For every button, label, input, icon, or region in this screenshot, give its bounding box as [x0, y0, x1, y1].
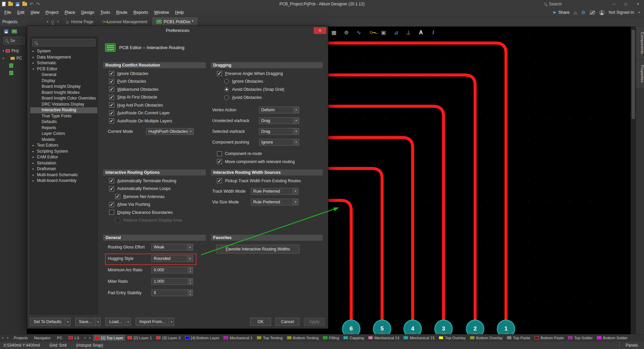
save-button[interactable]: Save... [75, 318, 101, 326]
line-icon[interactable]: / [429, 28, 438, 37]
gear-icon[interactable]: ⚙ [581, 10, 586, 15]
track-width-mode-dropdown[interactable]: Rule Preferred [251, 188, 298, 195]
layer-tabs-right-icon[interactable]: ▸ [88, 335, 93, 341]
spin-down-icon[interactable] [188, 293, 193, 296]
selected-via-track-dropdown[interactable]: Drag [259, 128, 299, 135]
current-mode-dropdown[interactable]: HugNPush Obstacles [146, 128, 194, 135]
component-reroute-checkbox[interactable] [217, 151, 222, 156]
new-document-icon[interactable] [2, 2, 6, 6]
tree-item-layer-colors[interactable]: Layer Colors [30, 131, 97, 137]
snapshot-disabled-icon[interactable] [590, 11, 595, 14]
user-avatar-icon[interactable] [599, 10, 604, 15]
spinner-buttons[interactable] [188, 290, 193, 296]
load-button[interactable]: Load... [105, 318, 131, 326]
restore-button[interactable]: □ [620, 0, 632, 8]
hug-and-push-obstacles-checkbox[interactable] [109, 103, 114, 108]
expand-arrow-icon[interactable]: ▸ [33, 166, 37, 172]
pad-array-icon[interactable]: ▦ [330, 28, 338, 37]
layer-tab-bottom-tenting[interactable]: Bottom Tenting [285, 335, 321, 341]
tree-item-cam-editor[interactable]: ▸CAM Editor [30, 154, 97, 160]
spin-down-icon[interactable] [188, 281, 193, 285]
share-button[interactable]: Share [553, 10, 569, 15]
menu-project[interactable]: Project [43, 9, 62, 16]
vertex-action-dropdown[interactable]: Deform [259, 107, 299, 113]
redo-icon[interactable]: ↷ [36, 1, 40, 7]
menu-design[interactable]: Design [78, 9, 97, 16]
panel-tab-components[interactable]: Components [636, 27, 644, 60]
panel-chevron-down-icon[interactable]: ▾ [47, 20, 48, 24]
push-obstacles-checkbox[interactable] [109, 79, 114, 84]
spin-up-icon[interactable] [188, 278, 193, 281]
spin-down-icon[interactable] [188, 270, 193, 273]
layer-tab-filling[interactable]: Filling [321, 335, 341, 341]
expand-arrow-icon[interactable]: ▾ [3, 57, 4, 60]
remove-net-antennas-checkbox[interactable] [115, 194, 120, 199]
set-to-defaults-button[interactable]: Set To Defaults [30, 318, 71, 326]
layer-tab-top-layer[interactable]: [1] Top Layer [93, 335, 126, 341]
layer-tab-bottom-solder[interactable]: Bottom Solder [595, 335, 630, 341]
menu-route[interactable]: Route [113, 9, 130, 16]
graph-icon[interactable]: ⊿ [392, 28, 400, 37]
chevron-down-icon[interactable] [95, 318, 100, 325]
bottom-tab-projects[interactable]: Projects [11, 335, 31, 341]
measure-icon[interactable]: ⊥ [404, 28, 413, 37]
expand-arrow-icon[interactable]: ▸ [33, 178, 37, 184]
chevron-down-icon[interactable] [65, 318, 70, 325]
dialog-close-button[interactable]: × [314, 27, 326, 34]
spin-up-icon[interactable] [188, 267, 193, 270]
move-component-checkbox[interactable] [217, 159, 222, 164]
ok-button[interactable]: OK [250, 318, 271, 326]
autoroute-multiple-layers-checkbox[interactable] [109, 118, 114, 123]
cancel-button[interactable]: Cancel [275, 318, 300, 326]
tree-item-general[interactable]: General [30, 72, 97, 78]
tree-item-drc-violations-display[interactable]: DRC Violations Display [30, 102, 97, 108]
hugging-style-dropdown[interactable]: Rounded [151, 255, 193, 262]
expand-arrow-icon[interactable]: ▸ [33, 154, 37, 160]
expand-arrow-icon[interactable]: ▸ [33, 172, 37, 178]
layer-tab-mechanical-1[interactable]: Mechanical 1 [222, 335, 255, 341]
chevron-down-icon[interactable] [169, 318, 174, 325]
scrollbar-thumb[interactable] [632, 30, 635, 119]
menu-help[interactable]: Help [172, 9, 187, 16]
layer-tab-layer-1[interactable]: [2] Layer 1 [126, 335, 154, 341]
menu-tools[interactable]: Tools [97, 9, 113, 16]
autoroute-current-layer-checkbox[interactable] [109, 111, 114, 116]
layer-tab-bottom-paste[interactable]: Bottom Paste [533, 335, 566, 341]
layer-tabs-left-icon[interactable]: ◂ [82, 335, 88, 341]
save-icon[interactable] [15, 2, 20, 6]
reduce-clearance-display-area-checkbox[interactable] [115, 218, 120, 223]
layer-tab-mechanical-15[interactable]: Mechanical 15 [402, 335, 437, 341]
pickup-track-width-checkbox[interactable] [217, 178, 222, 183]
favorite-routing-widths-button[interactable]: Favorite Interactive Routing Widths [216, 245, 300, 254]
signin-status[interactable]: Not Signed In [609, 10, 634, 15]
close-button[interactable]: × [632, 0, 644, 8]
expand-arrow-icon[interactable]: ▸ [33, 160, 37, 166]
interactive-routing-icon[interactable]: ∿ [355, 28, 363, 37]
layer-set-selector[interactable]: LS [66, 335, 82, 341]
preferences-search-input[interactable] [32, 39, 95, 46]
chevron-down-icon[interactable]: ▾ [638, 11, 640, 14]
layer-tab-top-solder[interactable]: Top Solder [566, 335, 595, 341]
layer-tab-mechanical-13[interactable]: Mechanical 13 [366, 335, 402, 341]
layer-tab-bottom-overlay[interactable]: Bottom Overlay [468, 335, 505, 341]
layer-tab-top-paste[interactable]: Top Paste [505, 335, 533, 341]
panel-tabs-left-icon[interactable]: ◂ [0, 335, 5, 341]
tree-item-reports[interactable]: Reports [30, 125, 97, 131]
chevron-down-icon[interactable] [125, 318, 131, 325]
tree-item-data-management[interactable]: ▸Data Management [30, 54, 97, 61]
tab-home-page[interactable]: ⌂ Home Page [61, 17, 98, 26]
avoid-obstacles-snap-radio[interactable] [224, 87, 229, 92]
panel-save-icon[interactable] [4, 29, 8, 34]
menu-file[interactable]: File [1, 9, 14, 16]
layer-tab-top-tenting[interactable]: Top Tenting [255, 335, 285, 341]
via-icon[interactable]: ⊚ [342, 28, 351, 37]
apply-button[interactable]: Apply [304, 318, 325, 326]
project-tree-item[interactable]: ▾ Proj [0, 47, 27, 54]
ignore-obstacles-radio[interactable] [224, 79, 229, 84]
minimize-button[interactable]: ─ [608, 0, 620, 8]
panel-tab-properties[interactable]: Properties [636, 60, 644, 88]
dialog-title[interactable]: Preferences [27, 26, 328, 35]
open-document-icon[interactable] [8, 2, 13, 6]
drill-key-icon[interactable] [367, 28, 376, 37]
panel-tabs-right-icon[interactable]: ▸ [5, 335, 11, 341]
